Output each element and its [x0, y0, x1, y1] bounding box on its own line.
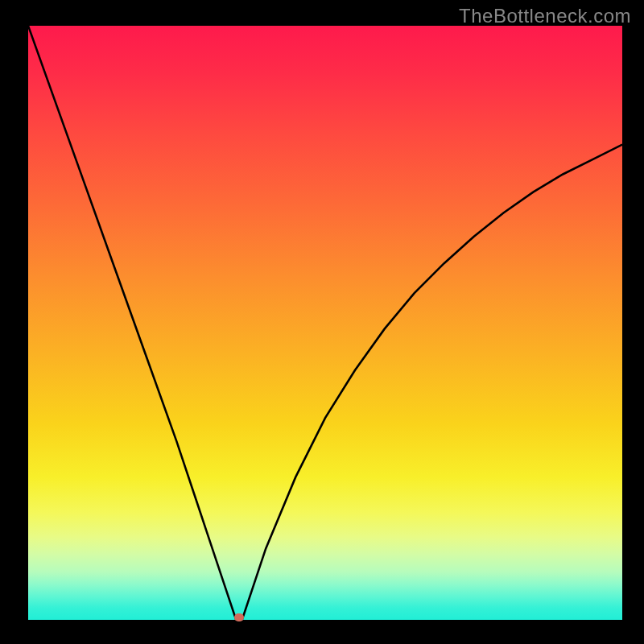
chart-stage: TheBottleneck.com	[0, 0, 644, 644]
watermark-text: TheBottleneck.com	[459, 5, 631, 27]
curve-path	[28, 26, 622, 620]
optimal-point-marker	[234, 613, 244, 621]
plot-area	[28, 26, 622, 620]
bottleneck-curve	[28, 26, 622, 620]
